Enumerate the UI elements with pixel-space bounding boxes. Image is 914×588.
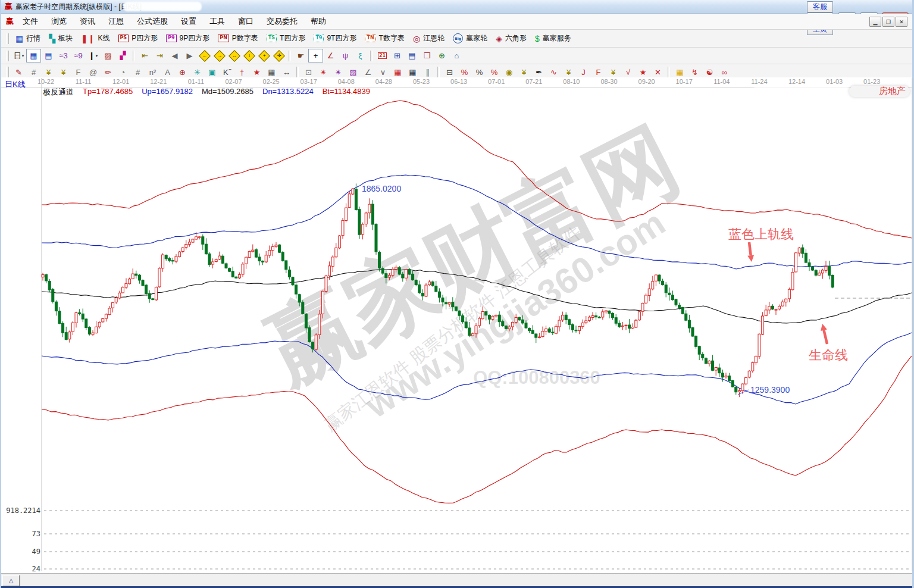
percent-line-icon: %	[491, 68, 498, 76]
save-button[interactable]: ❒	[420, 49, 434, 62]
toolbar-item-winner-service[interactable]: $赢家服务	[531, 32, 575, 46]
toolbar-item-p-square[interactable]: PSP四方形	[114, 32, 162, 46]
wave-3-button[interactable]: ≈3	[56, 49, 71, 62]
info-list-button[interactable]: ▤	[41, 49, 56, 62]
menu-item[interactable]: 工具	[203, 14, 231, 29]
toolbar-separator	[289, 51, 291, 61]
percent-list-icon: ⊟	[446, 68, 453, 76]
chart-region: 日K线 10-2211-1112-0112-2101-1102-0702-250…	[1, 77, 912, 588]
wave-tool-button[interactable]: ξ	[353, 49, 368, 62]
toolbar-item-winner-wheel[interactable]: Big赢家轮	[449, 32, 492, 46]
market-quotes-icon: ▦	[15, 35, 23, 43]
mdi-restore-button[interactable]: ❐	[882, 17, 894, 27]
gann-circle-icon: ⊕	[179, 68, 186, 76]
calendar-button[interactable]: 21	[375, 49, 390, 62]
expand-horizontal-button[interactable]: ↔	[227, 49, 242, 62]
web-data-icon: ⊕	[439, 52, 445, 60]
gann-tool-button[interactable]: ψ	[338, 49, 353, 62]
toolbar-item-t-square[interactable]: TST四方形	[262, 32, 310, 46]
remote-service-button[interactable]: ⌂	[449, 49, 464, 62]
pan-mode-icon: ▦	[30, 52, 37, 60]
sub-axis-label: 49	[32, 548, 40, 556]
gold-time-icon: ¥	[46, 68, 51, 76]
status-bar: △	[1, 573, 912, 588]
first-bar-button[interactable]: ⇤	[137, 49, 152, 62]
wave-v-icon: ∨	[380, 68, 386, 76]
toolbar-item-gann-wheel[interactable]: ◎江恩轮	[409, 32, 449, 46]
indicator-expand-button[interactable]: △	[2, 575, 20, 586]
grid-red-icon: ▦	[394, 68, 401, 76]
volume-profile-button[interactable]: ▞	[115, 49, 130, 62]
menu-item[interactable]: 文件	[16, 14, 45, 29]
menu-item[interactable]: 设置	[174, 14, 203, 29]
hand-tool-button[interactable]: ☛	[293, 49, 308, 62]
menu-item[interactable]: 江恩	[102, 14, 130, 29]
toolbar-item-label: 9P四方形	[180, 33, 210, 43]
grid-highlight-icon: ▦	[676, 68, 683, 76]
sector-blocks-icon: ▚	[49, 35, 55, 43]
toolbar-item-kline-chart[interactable]: ❚❙K线	[77, 32, 114, 46]
toolbar-item-t-number-table[interactable]: TNT数字表	[361, 32, 409, 46]
toolbar-grip[interactable]	[6, 51, 9, 61]
pan-mode-button[interactable]: ▦	[26, 49, 41, 62]
zoom-out-all-button[interactable]: ✣	[271, 49, 286, 62]
toolbar-item-label: T数字表	[379, 33, 405, 43]
indicator-value: Bt=1134.4839	[323, 87, 370, 98]
kline-period-dropdown-button[interactable]: 日▾	[11, 49, 26, 62]
speed-angle-icon: √	[626, 68, 630, 76]
percent-icon: %	[476, 68, 483, 76]
hand-tool-icon: ☛	[298, 52, 305, 60]
candle-type-dropdown-button[interactable]: ❙▾	[86, 49, 101, 62]
toolbar-grip[interactable]	[6, 67, 9, 77]
pan-left-button[interactable]: ←	[197, 49, 212, 62]
service-button[interactable]: 客服	[807, 1, 833, 12]
notepad-button[interactable]: ▤	[405, 49, 420, 62]
last-bar-button[interactable]: ⇥	[152, 49, 167, 62]
menu-item[interactable]: 交易委托	[260, 14, 304, 29]
sector-badge[interactable]: 房地产	[849, 86, 910, 97]
web-data-button[interactable]: ⊕	[434, 49, 449, 62]
menu-item[interactable]: 窗口	[231, 14, 260, 29]
mdi-close-button[interactable]: ✕	[896, 17, 907, 27]
toolbar-separator	[296, 67, 299, 77]
sub-axis-label: 918.2214	[6, 506, 40, 515]
mdi-minimize-button[interactable]: ▁	[869, 17, 881, 27]
toolbar-item-sector-blocks[interactable]: ▚板块	[45, 32, 77, 46]
percent-retrace-icon: %	[461, 68, 468, 76]
pan-right-button[interactable]: →	[212, 49, 227, 62]
dropdown-arrow-icon: ▾	[22, 54, 24, 58]
time-clock-icon: ◔	[121, 68, 126, 76]
wave-9-icon: ≈9	[74, 52, 82, 60]
main-toolbar: ▦行情▚板块❚❙K线PSP四方形P99P四方形PNP数字表TST四方形T99T四…	[1, 30, 912, 48]
menu-item[interactable]: 公式选股	[130, 14, 174, 29]
toolbar-grip[interactable]	[6, 33, 9, 44]
crosshair-tool-button[interactable]: +	[308, 49, 323, 62]
k-mark-icon: K˝	[223, 68, 231, 76]
gold-circle-icon: ◉	[506, 68, 512, 76]
next-bar-button[interactable]: ▶	[182, 49, 197, 62]
prev-bar-button[interactable]: ◀	[167, 49, 182, 62]
notepad-icon: ▤	[408, 52, 415, 60]
wave-9-button[interactable]: ≈9	[71, 49, 86, 62]
toolbar-item-9t-square[interactable]: T99T四方形	[309, 32, 361, 46]
angle-measure-button[interactable]: ∠	[323, 49, 338, 62]
spiral-tool-icon: @	[89, 68, 97, 76]
toolbar-item-p-number-table[interactable]: PNP数字表	[214, 32, 262, 46]
toolbar-item-9p-square[interactable]: P99P四方形	[162, 32, 214, 46]
win-angle-icon: ★	[640, 68, 647, 76]
toolbar-item-market-quotes[interactable]: ▦行情	[11, 32, 45, 46]
menu-item[interactable]: 帮助	[304, 14, 333, 29]
dropdown-arrow-icon: ▾	[96, 54, 98, 58]
menu-item[interactable]: 资讯	[73, 14, 102, 29]
marker-pen-icon: ✏	[105, 68, 111, 76]
toolbar-item-hexagon[interactable]: ◈六角形	[492, 32, 531, 46]
map-view-button[interactable]: ▨	[101, 49, 115, 62]
app-window: 赢 赢家老子时空周期系统[纵横版] - [ 日K线] 客服论坛主页 — ❐ ✕ …	[0, 0, 914, 588]
toolbar-item-label: T四方形	[280, 33, 305, 43]
calculator-button[interactable]: ⊞	[390, 49, 405, 62]
upper-band-annotation: 蓝色上轨线	[728, 227, 794, 242]
zoom-in-all-button[interactable]: +	[256, 49, 271, 62]
menu-item[interactable]: 浏览	[45, 14, 73, 29]
expand-vertical-button[interactable]: ↕	[242, 49, 256, 62]
kline-chart-canvas[interactable]: 赢家财富网www.yingjia360.com赢家江恩软件 股票分析软件 江恩工…	[1, 77, 912, 588]
